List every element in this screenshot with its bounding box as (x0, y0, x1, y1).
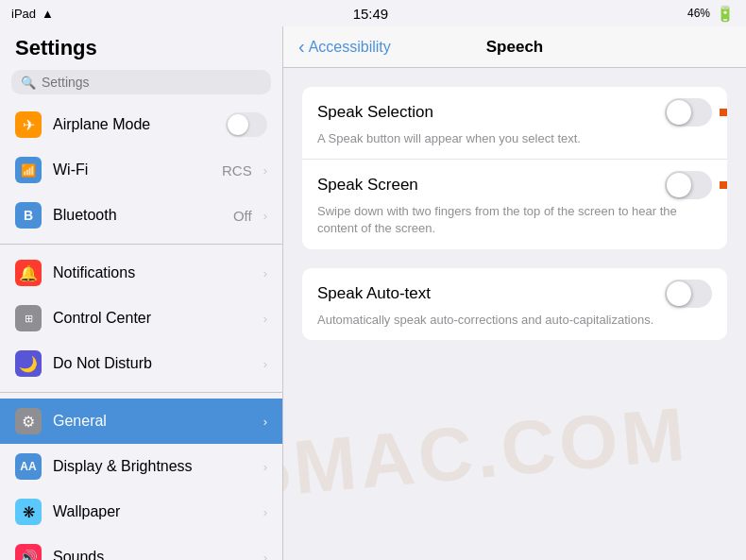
speak-screen-label: Speak Screen (317, 176, 418, 195)
right-header: ‹ Accessibility Speech (283, 26, 746, 68)
speak-selection-label: Speak Selection (317, 103, 433, 122)
sidebar-item-label: Wallpaper (53, 503, 252, 520)
bluetooth-icon: B (15, 202, 42, 229)
svg-rect-1 (720, 109, 727, 116)
sidebar-item-airplane[interactable]: ✈ Airplane Mode (0, 102, 282, 147)
wifi-icon: ▲ (42, 7, 54, 21)
sidebar-item-label: Display & Brightness (53, 458, 252, 475)
main-layout: Settings 🔍 ✈ Airplane Mode 📶 Wi-Fi RCS ›… (0, 26, 746, 560)
divider (0, 244, 282, 245)
sidebar-item-do-not-disturb[interactable]: 🌙 Do Not Disturb › (0, 341, 282, 386)
speak-autotext-desc: Automatically speak auto-corrections and… (317, 312, 712, 329)
airplane-icon: ✈ (15, 111, 42, 138)
status-bar: iPad ▲ 15:49 46% 🔋 (0, 0, 746, 26)
speak-autotext-toggle[interactable] (665, 280, 712, 308)
sidebar-item-label: General (53, 413, 252, 430)
sidebar-item-label: Airplane Mode (53, 116, 214, 133)
chevron-icon: › (263, 209, 267, 223)
chevron-icon: › (263, 505, 267, 519)
svg-rect-3 (720, 181, 727, 189)
sidebar-item-label: Do Not Disturb (53, 355, 252, 372)
do-not-disturb-icon: 🌙 (15, 350, 42, 377)
airplane-toggle[interactable] (226, 112, 267, 137)
speak-screen-toggle[interactable] (665, 171, 712, 199)
status-time: 15:49 (353, 6, 389, 22)
back-label[interactable]: Accessibility (309, 39, 391, 56)
speak-selection-row: Speak Selection A Speak button will appe… (302, 87, 727, 160)
chevron-icon: › (263, 415, 267, 429)
page-title: Speech (486, 38, 543, 57)
search-icon: 🔍 (21, 76, 36, 90)
chevron-icon: › (263, 266, 267, 280)
sidebar-item-label: Notifications (53, 264, 252, 281)
speak-autotext-row: Speak Auto-text Automatically speak auto… (302, 268, 727, 340)
sidebar-item-control-center[interactable]: ⊞ Control Center › (0, 296, 282, 341)
status-right: 46% 🔋 (687, 5, 735, 23)
speak-screen-row: Speak Screen Swipe down with two fingers… (302, 160, 727, 248)
sidebar-item-label: Sounds (53, 549, 252, 560)
sidebar-item-label: Control Center (53, 310, 252, 327)
sounds-icon: 🔊 (15, 544, 42, 560)
notifications-icon: 🔔 (15, 260, 42, 286)
bluetooth-value: Off (233, 208, 252, 224)
sidebar-title: Settings (0, 26, 282, 66)
arrow-annotation-1 (720, 95, 727, 129)
wallpaper-icon: ❋ (15, 499, 42, 525)
chevron-icon: › (263, 163, 267, 178)
control-center-icon: ⊞ (15, 305, 42, 331)
speak-screen-main: Speak Screen (317, 171, 712, 199)
content-area: Speak Selection A Speak button will appe… (283, 68, 746, 560)
display-icon: AA (15, 453, 42, 480)
wifi-value: RCS (222, 162, 252, 178)
sidebar-item-display[interactable]: AA Display & Brightness › (0, 444, 282, 489)
speak-screen-desc: Swipe down with two fingers from the top… (317, 203, 712, 237)
sidebar-item-wifi[interactable]: 📶 Wi-Fi RCS › (0, 147, 282, 193)
search-bar[interactable]: 🔍 (11, 70, 271, 94)
right-panel: 9TO5MAC.COM ‹ Accessibility Speech Speak… (283, 26, 746, 560)
chevron-icon: › (263, 460, 267, 474)
speak-selection-toggle[interactable] (665, 98, 712, 127)
divider (0, 392, 282, 393)
chevron-icon: › (263, 312, 267, 326)
sidebar-item-general[interactable]: ⚙ General › (0, 399, 282, 444)
chevron-icon: › (263, 357, 267, 371)
speak-autotext-label: Speak Auto-text (317, 284, 431, 303)
sidebar-item-sounds[interactable]: 🔊 Sounds › (0, 535, 282, 560)
sidebar-list: ✈ Airplane Mode 📶 Wi-Fi RCS › B Bluetoot… (0, 102, 282, 560)
battery-level: 46% (687, 7, 710, 20)
search-input[interactable] (42, 75, 262, 90)
speak-autotext-main: Speak Auto-text (317, 280, 712, 308)
sidebar-item-label: Bluetooth (53, 207, 222, 224)
chevron-icon: › (263, 551, 267, 561)
sidebar-item-wallpaper[interactable]: ❋ Wallpaper › (0, 489, 282, 535)
sidebar: Settings 🔍 ✈ Airplane Mode 📶 Wi-Fi RCS ›… (0, 26, 283, 560)
general-icon: ⚙ (15, 408, 42, 434)
wifi-icon: 📶 (15, 157, 42, 183)
speak-selection-main: Speak Selection (317, 98, 712, 127)
settings-section-1: Speak Selection A Speak button will appe… (302, 87, 727, 249)
arrow-annotation-2 (720, 168, 727, 202)
back-button[interactable]: ‹ Accessibility (298, 36, 391, 58)
sidebar-item-label: Wi-Fi (53, 161, 211, 178)
speak-selection-desc: A Speak button will appear when you sele… (317, 130, 712, 147)
settings-section-2: Speak Auto-text Automatically speak auto… (302, 268, 727, 340)
status-left: iPad ▲ (11, 7, 54, 21)
sidebar-item-bluetooth[interactable]: B Bluetooth Off › (0, 193, 282, 238)
sidebar-item-notifications[interactable]: 🔔 Notifications › (0, 250, 282, 296)
battery-icon: 🔋 (716, 5, 735, 23)
back-chevron-icon: ‹ (298, 36, 305, 58)
ipad-label: iPad (11, 7, 36, 21)
